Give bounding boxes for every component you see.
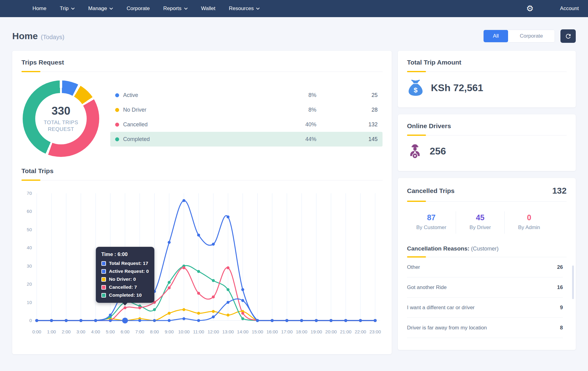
reason-row — [407, 338, 563, 343]
divider — [407, 257, 567, 257]
trips-request-title: Trips Request — [21, 59, 383, 66]
stat-label: By Customer — [407, 224, 456, 231]
nav-item-wallet[interactable]: Wallet — [201, 6, 216, 12]
svg-text:2:00: 2:00 — [62, 329, 70, 334]
svg-text:6:00: 6:00 — [121, 329, 130, 334]
svg-text:17:00: 17:00 — [281, 329, 293, 334]
svg-text:22:00: 22:00 — [355, 329, 366, 334]
reasons-subtitle: (Customer) — [471, 246, 499, 252]
legend-count: 28 — [359, 107, 378, 113]
svg-text:9:00: 9:00 — [165, 329, 174, 334]
stat-value: 0 — [505, 213, 553, 222]
driver-icon — [407, 142, 423, 160]
legend-count: 25 — [359, 92, 378, 98]
reasons-scrollbar[interactable] — [572, 265, 574, 299]
svg-text:7:00: 7:00 — [135, 329, 144, 334]
nav-item-manage[interactable]: Manage — [88, 6, 113, 12]
filter-corporate-button[interactable]: Corporate — [508, 30, 555, 42]
donut-caption: TOTAL TRIPS REQUEST — [36, 119, 85, 133]
reason-count: 9 — [560, 305, 563, 311]
nav-label: Reports — [163, 6, 182, 12]
legend-dot-cancelled — [115, 123, 119, 127]
nav-item-resources[interactable]: Resources — [229, 6, 260, 12]
reason-row: I want a different car or driver 9 — [407, 298, 563, 318]
account-button[interactable]: Account — [560, 6, 579, 12]
reasons-title: Cancellation Reasons: — [407, 245, 469, 252]
divider — [407, 72, 567, 72]
legend-row-completed[interactable]: Completed 44% 145 — [110, 132, 383, 147]
stat-by-customer: 87 By Customer — [407, 211, 456, 234]
legend-label: Cancelled — [123, 121, 295, 128]
svg-text:11:00: 11:00 — [193, 329, 204, 334]
total-trip-amount-title: Total Trip Amount — [407, 59, 567, 66]
nav-item-trip[interactable]: Trip — [60, 6, 75, 12]
trips-request-donut-chart[interactable]: 330 TOTAL TRIPS REQUEST — [23, 80, 99, 157]
svg-text:$: $ — [414, 86, 418, 94]
legend-row-no-driver[interactable]: No Driver 8% 28 — [110, 102, 383, 117]
svg-text:8:00: 8:00 — [150, 329, 159, 334]
page-title: Home — [12, 31, 38, 41]
online-drivers-value: 256 — [430, 146, 446, 157]
total-trip-amount-card: Total Trip Amount $ KSh 72,561 — [398, 51, 576, 107]
legend-label: Active — [123, 92, 295, 98]
stat-label: By Admin — [505, 224, 553, 231]
legend-percent: 40% — [295, 121, 316, 128]
legend-row-active[interactable]: Active 8% 25 — [110, 88, 383, 102]
svg-text:60: 60 — [27, 209, 32, 214]
stat-value: 45 — [456, 213, 505, 222]
svg-text:10:00: 10:00 — [178, 329, 190, 334]
svg-text:14:00: 14:00 — [237, 329, 249, 334]
reason-label: Other — [407, 264, 420, 270]
svg-text:19:00: 19:00 — [311, 329, 322, 334]
stat-value: 87 — [407, 213, 456, 222]
cancelled-trips-card: Cancelled Trips 132 87 By Customer 45 By… — [398, 178, 576, 350]
gear-icon[interactable]: ⚙ — [526, 5, 533, 13]
svg-text:15:00: 15:00 — [252, 329, 263, 334]
legend-percent: 8% — [295, 107, 316, 113]
chevron-down-icon — [71, 7, 75, 10]
filter-all-button[interactable]: All — [484, 30, 508, 42]
svg-text:13:00: 13:00 — [222, 329, 234, 334]
total-trips-line-chart[interactable]: 0102030405060700:001:002:003:004:005:006… — [21, 188, 383, 344]
legend-label: No Driver — [123, 107, 295, 113]
top-navbar: Home Trip Manage Corporate Reports Walle… — [0, 0, 588, 17]
svg-text:10: 10 — [27, 300, 32, 305]
online-drivers-title: Online Drivers — [407, 122, 567, 130]
total-trips-title: Total Trips — [21, 167, 383, 175]
legend-count: 145 — [359, 136, 378, 143]
cancellation-reasons-list[interactable]: Other 26 Got another Ride 16 I want a di… — [407, 257, 571, 343]
online-drivers-card: Online Drivers 256 — [398, 114, 576, 171]
legend-percent: 44% — [295, 136, 316, 143]
chart-tooltip: Time : 6:00 Total Request: 17Active Requ… — [96, 247, 154, 303]
svg-text:0:00: 0:00 — [32, 329, 41, 334]
trips-panel: Trips Request 330 TOTAL TRIPS REQUEST Ac… — [12, 51, 392, 354]
nav-item-reports[interactable]: Reports — [163, 6, 188, 12]
reason-label: Got another Ride — [407, 284, 447, 291]
stat-label: By Driver — [456, 224, 505, 231]
svg-text:50: 50 — [27, 227, 32, 232]
nav-label: Home — [32, 6, 46, 12]
reason-count: 8 — [560, 325, 563, 331]
reason-label: Driver is far away from my location — [407, 325, 487, 331]
nav-label: Trip — [60, 6, 69, 12]
legend-dot-no-driver — [115, 108, 119, 112]
nav-label: Wallet — [201, 6, 216, 12]
svg-text:20: 20 — [27, 281, 32, 287]
chevron-down-icon — [256, 7, 260, 10]
reason-row: Got another Ride 16 — [407, 277, 563, 298]
refresh-button[interactable] — [560, 29, 576, 43]
filter-segmented-control: All Corporate — [483, 30, 555, 43]
svg-text:30: 30 — [27, 263, 32, 269]
legend-row-cancelled[interactable]: Cancelled 40% 132 — [110, 117, 383, 132]
svg-text:40: 40 — [27, 245, 32, 250]
summary-column: Total Trip Amount $ KSh 72,561 Online Dr… — [398, 51, 576, 350]
nav-item-corporate[interactable]: Corporate — [126, 6, 150, 12]
svg-text:20:00: 20:00 — [325, 329, 337, 334]
nav-label: Manage — [88, 6, 107, 12]
chevron-down-icon — [184, 7, 188, 10]
line-chart-canvas: 0102030405060700:001:002:003:004:005:006… — [21, 188, 383, 343]
cancellation-reasons-heading: Cancellation Reasons: (Customer) — [407, 245, 567, 252]
nav-item-home[interactable]: Home — [32, 6, 46, 12]
svg-text:23:00: 23:00 — [369, 329, 381, 334]
reason-count: 26 — [557, 264, 563, 270]
